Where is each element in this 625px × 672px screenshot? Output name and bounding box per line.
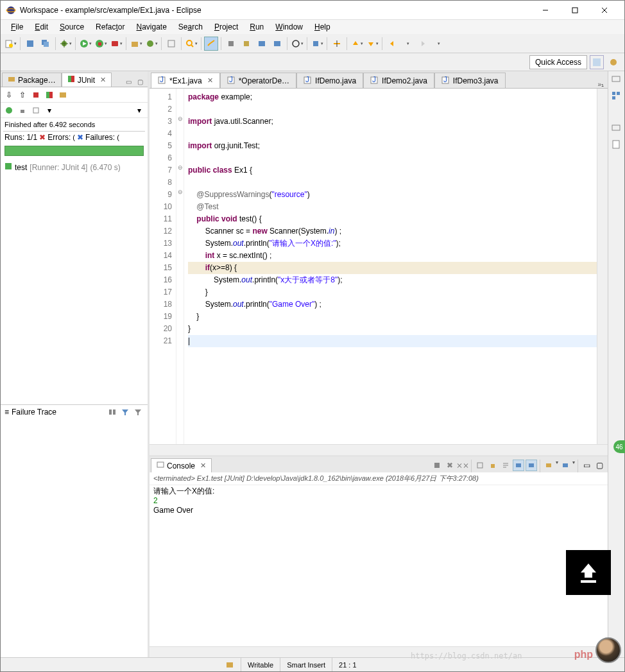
tb-icon-3[interactable] bbox=[255, 37, 269, 51]
menu-source[interactable]: Source bbox=[55, 21, 89, 33]
next-annotation-button[interactable] bbox=[365, 37, 379, 51]
tb-icon-5[interactable] bbox=[290, 37, 304, 51]
menu-window[interactable]: Window bbox=[270, 21, 308, 33]
close-icon[interactable]: ✕ bbox=[100, 76, 106, 84]
avatar[interactable] bbox=[595, 637, 621, 663]
coverage-button[interactable] bbox=[94, 37, 108, 51]
titlebar: Workspace - example/src/example/Ex1.java… bbox=[1, 1, 624, 20]
run-last-button[interactable] bbox=[109, 37, 123, 51]
side-badge[interactable]: 46 bbox=[613, 440, 625, 453]
tab-package-explorer[interactable]: Package… bbox=[2, 73, 62, 87]
back-history-button[interactable] bbox=[400, 37, 415, 51]
remove-all-icon[interactable]: ⨯⨯ bbox=[457, 460, 468, 471]
next-failure-icon[interactable]: ⇩ bbox=[3, 89, 15, 101]
tb-icon-4[interactable] bbox=[270, 37, 284, 51]
menu-help[interactable]: Help bbox=[309, 21, 336, 33]
collapse-icon[interactable] bbox=[30, 105, 42, 116]
editor-tab[interactable]: JIfDemo2.java bbox=[363, 73, 434, 88]
tab-console[interactable]: Console ✕ bbox=[151, 458, 212, 472]
menu-project[interactable]: Project bbox=[209, 21, 243, 33]
upload-fab[interactable] bbox=[566, 550, 611, 595]
history-icon[interactable] bbox=[57, 89, 69, 101]
stop-icon[interactable] bbox=[30, 89, 42, 101]
search-button[interactable] bbox=[184, 37, 198, 51]
menu-run[interactable]: Run bbox=[244, 21, 269, 33]
menu-navigate[interactable]: Navigate bbox=[131, 21, 171, 33]
test-item[interactable]: test [Runner: JUnit 4] (6.470 s) bbox=[4, 162, 144, 172]
editor-tab[interactable]: JIfDemo.java bbox=[296, 73, 363, 88]
outline-icon[interactable] bbox=[611, 90, 622, 102]
status-insert: Smart Insert bbox=[280, 658, 332, 671]
compare-icon[interactable] bbox=[107, 406, 118, 418]
svg-rect-73 bbox=[617, 92, 620, 95]
menu-icon[interactable]: ▾ bbox=[133, 105, 145, 116]
back-button[interactable] bbox=[385, 37, 399, 51]
tb-icon-2[interactable] bbox=[239, 37, 253, 51]
menu-search[interactable]: Search bbox=[173, 21, 208, 33]
hscrollbar[interactable] bbox=[150, 444, 608, 455]
remove-icon[interactable]: ✖ bbox=[444, 460, 456, 471]
max-icon[interactable]: ▢ bbox=[594, 460, 605, 471]
new-package-button[interactable] bbox=[129, 37, 143, 51]
code-editor[interactable]: 123456789101112131415161718192021 ⊖⊖⊖ pa… bbox=[150, 88, 608, 444]
save-button[interactable] bbox=[23, 37, 37, 51]
new-class-button[interactable] bbox=[144, 37, 158, 51]
debug-button[interactable] bbox=[58, 37, 73, 51]
menu-refactor[interactable]: Refactor bbox=[90, 21, 130, 33]
prev-failure-icon[interactable]: ⇧ bbox=[17, 89, 28, 101]
close-icon[interactable]: ✕ bbox=[200, 461, 206, 470]
lock-icon[interactable] bbox=[17, 105, 28, 116]
show-console-icon[interactable] bbox=[526, 460, 537, 471]
editor-tab[interactable]: J*OperatorDe… bbox=[220, 73, 296, 88]
minimize-view-icon[interactable]: ▭ bbox=[123, 76, 133, 87]
vscrollbar[interactable] bbox=[597, 89, 608, 444]
restore2-icon[interactable] bbox=[611, 123, 622, 134]
code-content[interactable]: package example;import java.util.Scanner… bbox=[184, 89, 597, 444]
maximize-view-icon[interactable]: ▢ bbox=[135, 76, 145, 87]
quick-access[interactable]: Quick Access bbox=[529, 55, 587, 69]
tab-junit[interactable]: JUnit ✕ bbox=[62, 73, 112, 87]
prev-annotation-button[interactable] bbox=[350, 37, 364, 51]
tb-icon-1[interactable] bbox=[224, 37, 238, 51]
maximize-button[interactable] bbox=[560, 1, 590, 20]
run-button[interactable] bbox=[78, 37, 92, 51]
status-icon[interactable] bbox=[219, 658, 241, 671]
menu-edit[interactable]: Edit bbox=[30, 21, 53, 33]
terminate-icon[interactable] bbox=[431, 460, 443, 471]
forward-history-button[interactable] bbox=[431, 37, 445, 51]
layout-icon[interactable]: ▾ bbox=[44, 105, 55, 116]
rerun-icon[interactable] bbox=[44, 89, 55, 101]
perspective-debug-button[interactable] bbox=[606, 55, 621, 69]
perspective-java-button[interactable] bbox=[590, 55, 604, 69]
save-all-button[interactable] bbox=[39, 37, 53, 51]
toggle-mark-button[interactable] bbox=[204, 37, 218, 51]
editor-tab[interactable]: JIfDemo3.java bbox=[434, 73, 506, 88]
fold-gutter[interactable]: ⊖⊖⊖ bbox=[176, 89, 184, 444]
scroll-lock-icon[interactable] bbox=[487, 460, 499, 471]
menu-file[interactable]: File bbox=[6, 21, 28, 33]
filter2-icon[interactable] bbox=[132, 406, 144, 418]
pin-icon[interactable] bbox=[513, 460, 524, 471]
restore-icon[interactable] bbox=[611, 74, 622, 85]
close-button[interactable] bbox=[590, 1, 619, 20]
console-output[interactable]: 请输入一个X的值: 2 Game Over bbox=[150, 485, 608, 646]
clear-icon[interactable] bbox=[474, 460, 486, 471]
console-hscrollbar[interactable] bbox=[150, 646, 608, 657]
min-icon[interactable]: ▭ bbox=[581, 460, 592, 471]
new-button[interactable] bbox=[3, 37, 17, 51]
word-wrap-icon[interactable] bbox=[500, 460, 511, 471]
forward-button[interactable] bbox=[416, 37, 430, 51]
tb-icon-6[interactable] bbox=[310, 37, 324, 51]
minimize-button[interactable] bbox=[531, 1, 560, 20]
junit-tree[interactable]: test [Runner: JUnit 4] (6.470 s) bbox=[1, 159, 148, 404]
editor-tab[interactable]: J*Ex1.java✕ bbox=[151, 73, 220, 88]
tab-overflow[interactable]: »₁ bbox=[594, 81, 608, 88]
tasks-icon[interactable] bbox=[611, 139, 622, 151]
relaunch-icon[interactable] bbox=[3, 105, 15, 116]
filter-icon[interactable] bbox=[119, 406, 131, 418]
open-console-icon[interactable] bbox=[543, 460, 554, 471]
open-type-button[interactable] bbox=[164, 37, 178, 51]
close-icon[interactable]: ✕ bbox=[207, 76, 213, 85]
tb-icon-7[interactable] bbox=[330, 37, 344, 51]
display-icon[interactable] bbox=[560, 460, 571, 471]
